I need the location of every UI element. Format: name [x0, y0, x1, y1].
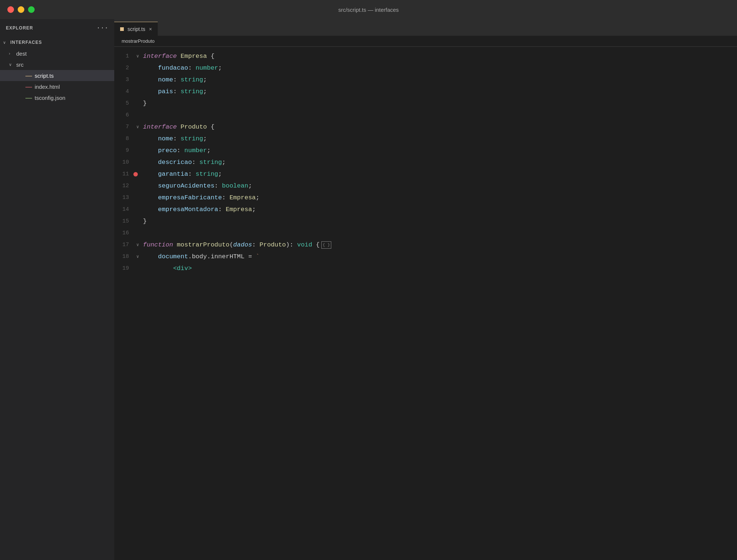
code-content: interface Empresa { — [143, 51, 737, 62]
line-number: 19 — [114, 263, 136, 274]
code-content: function mostrarProduto(dados: Produto):… — [143, 240, 737, 250]
sidebar-item-tsconfig[interactable]: — tsconfig.json — [0, 92, 114, 103]
line-number: 17 — [114, 240, 136, 250]
token-plain — [177, 53, 181, 60]
token-kw-function: function — [143, 241, 173, 248]
token-plain: ; — [218, 171, 222, 178]
token-prop-name: garantia — [158, 171, 188, 178]
breakpoint-indicator — [133, 172, 138, 176]
code-content: garantia: string; — [143, 169, 737, 179]
token-plain: : — [177, 147, 184, 154]
token-type-empresa: Empresa — [230, 194, 256, 201]
sidebar-item-label: script.ts — [35, 73, 114, 79]
token-type-empresa: Empresa — [226, 206, 252, 213]
token-plain: : — [192, 159, 199, 166]
code-line: 18∨ document.body.innerHTML = ` — [114, 251, 737, 263]
token-plain — [312, 241, 316, 248]
token-plain — [143, 135, 158, 142]
token-plain: : — [188, 171, 195, 178]
token-plain: : — [188, 64, 195, 71]
line-number: 12 — [114, 181, 136, 191]
traffic-lights — [7, 6, 35, 13]
minimize-button[interactable] — [18, 6, 24, 13]
fold-arrow-icon[interactable]: ∨ — [136, 240, 143, 250]
code-line: 9 preco: number; — [114, 145, 737, 157]
code-content: pais: string; — [143, 87, 737, 97]
token-kw-document: document — [158, 253, 188, 260]
token-type-name: Empresa — [181, 53, 207, 60]
token-plain: ; — [222, 159, 226, 166]
fold-arrow-icon[interactable]: ∨ — [136, 51, 143, 62]
token-plain: ; — [256, 194, 259, 201]
sidebar-header: EXPLORER ··· — [0, 19, 114, 37]
token-kw-void: void — [297, 241, 312, 248]
line-number: 4 — [114, 87, 136, 97]
fold-arrow-icon[interactable]: ∨ — [136, 122, 143, 132]
token-plain — [143, 147, 158, 154]
token-prop-name: preco — [158, 147, 177, 154]
code-content: interface Produto { — [143, 122, 737, 132]
token-plain — [173, 241, 177, 248]
code-line: 14 empresaMontadora: Empresa; — [114, 204, 737, 216]
code-content: empresaMontadora: Empresa; — [143, 204, 737, 215]
token-plain: ; — [252, 206, 256, 213]
line-number: 13 — [114, 193, 136, 203]
sidebar-item-label: tsconfig.json — [35, 95, 114, 101]
token-plain: : — [222, 194, 229, 201]
code-line: 4 pais: string; — [114, 86, 737, 98]
token-prop-name: descricao — [158, 159, 192, 166]
token-param-name: dados — [233, 241, 252, 248]
token-kw-number: number — [184, 147, 207, 154]
token-plain: ; — [218, 64, 222, 71]
maximize-button[interactable] — [28, 6, 35, 13]
token-kw-string: string — [196, 171, 218, 178]
line-number: 7 — [114, 122, 136, 132]
token-plain: ; — [203, 76, 207, 83]
code-content: } — [143, 98, 737, 109]
code-content: fundacao: number; — [143, 63, 737, 73]
code-content: <div> — [143, 263, 737, 274]
file-tree: ∨ INTERFACES › dest ∨ src — script.ts — [0, 37, 114, 560]
line-number: 6 — [114, 110, 136, 120]
token-plain: { — [316, 241, 319, 248]
fold-arrow-icon[interactable]: ∨ — [136, 252, 143, 262]
token-plain: { — [207, 123, 214, 130]
file-icon-ts: — — [25, 73, 32, 78]
token-prop-name: empresaFabricante — [158, 194, 222, 201]
code-line: 11 garantia: string; — [114, 168, 737, 180]
more-actions-button[interactable]: ··· — [97, 24, 108, 32]
sidebar-item-dest[interactable]: › dest — [0, 48, 114, 59]
token-plain: ; — [207, 147, 210, 154]
tab-script-ts[interactable]: script.ts × — [114, 22, 158, 36]
code-line: 12 seguroAcidentes: boolean; — [114, 180, 737, 192]
token-plain — [143, 64, 158, 71]
token-plain: ; — [203, 88, 207, 95]
tab-close-button[interactable]: × — [149, 26, 152, 32]
line-number: 3 — [114, 75, 136, 85]
token-kw-interface: interface — [143, 53, 177, 60]
file-icon-html: — — [25, 84, 32, 89]
sidebar-item-src[interactable]: ∨ src — [0, 59, 114, 70]
code-editor[interactable]: 1∨interface Empresa {2 fundacao: number;… — [114, 47, 737, 560]
sidebar-item-label: INTERFACES — [10, 40, 114, 45]
code-line: 1∨interface Empresa { — [114, 50, 737, 62]
token-prop-name: nome — [158, 76, 173, 83]
sidebar-item-interfaces[interactable]: ∨ INTERFACES — [0, 37, 114, 48]
main-layout: EXPLORER ··· ∨ INTERFACES › dest ∨ src — [0, 19, 737, 560]
sidebar-item-index-html[interactable]: — index.html — [0, 81, 114, 92]
token-kw-boolean: boolean — [222, 182, 248, 189]
line-number: 14 — [114, 204, 136, 215]
tab-modified-indicator — [120, 27, 124, 31]
token-plain — [177, 123, 181, 130]
token-prop-name: empresaMontadora — [158, 206, 218, 213]
token-kw-interface: interface — [143, 123, 177, 130]
token-plain: : — [173, 88, 181, 95]
code-line: 13 empresaFabricante: Empresa; — [114, 192, 737, 204]
token-prop-name: nome — [158, 135, 173, 142]
code-line: 16 — [114, 227, 737, 239]
token-plain: : — [173, 135, 181, 142]
token-type-name: Produto — [181, 123, 207, 130]
close-button[interactable] — [7, 6, 14, 13]
sidebar-item-script-ts[interactable]: — script.ts — [0, 70, 114, 81]
token-plain — [143, 253, 158, 260]
